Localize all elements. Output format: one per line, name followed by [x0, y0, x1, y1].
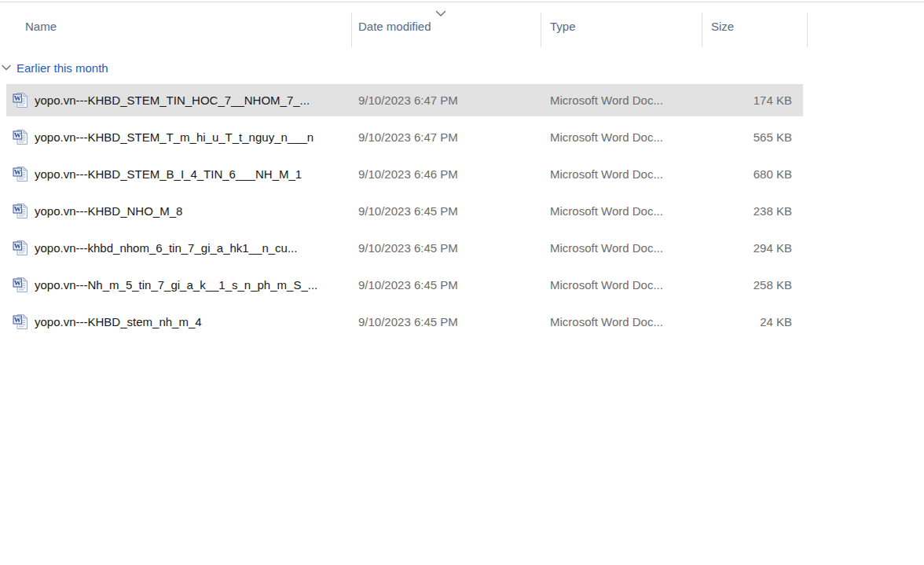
file-type: Microsoft Word Doc...	[550, 158, 699, 190]
column-header-date-modified-label: Date modified	[358, 20, 431, 33]
file-name[interactable]: yopo.vn---KHBD_STEM_T_m_hi_u_T_t_nguy_n_…	[35, 121, 354, 153]
file-row[interactable]: W yopo.vn---KHBD_NHO_M_8 9/10/2023 6:45 …	[6, 195, 803, 227]
svg-text:W: W	[14, 205, 21, 213]
file-size: 174 KB	[702, 84, 798, 116]
column-header-type[interactable]: Type	[550, 2, 691, 50]
word-document-icon: W	[13, 277, 29, 293]
file-row[interactable]: W yopo.vn---Nh_m_5_tin_7_gi_a_k__1_s_n_p…	[6, 269, 803, 301]
column-header-date-modified[interactable]: Date modified	[358, 2, 531, 50]
file-name[interactable]: yopo.vn---KHBD_stem_nh_m_4	[35, 306, 354, 338]
column-header-row: Name Date modified Type Size	[0, 2, 924, 50]
file-size: 565 KB	[702, 121, 798, 153]
svg-text:W: W	[14, 131, 21, 139]
column-resize-handle[interactable]	[807, 13, 808, 47]
file-size: 258 KB	[702, 269, 798, 301]
column-resize-handle[interactable]	[541, 13, 541, 47]
file-type: Microsoft Word Doc...	[550, 306, 699, 338]
word-document-icon: W	[13, 92, 29, 108]
file-size: 24 KB	[702, 306, 798, 338]
group-collapse-chevron-down-icon[interactable]	[1, 64, 12, 72]
file-list: W yopo.vn---KHBD_STEM_TIN_HOC_7__NHOM_7_…	[6, 84, 803, 343]
svg-text:W: W	[14, 168, 21, 176]
file-name[interactable]: yopo.vn---Nh_m_5_tin_7_gi_a_k__1_s_n_ph_…	[35, 269, 354, 301]
word-document-icon: W	[13, 166, 29, 182]
file-row[interactable]: W yopo.vn---KHBD_STEM_T_m_hi_u_T_t_nguy_…	[6, 121, 803, 153]
column-header-type-label: Type	[550, 20, 576, 33]
file-name[interactable]: yopo.vn---KHBD_STEM_B_I_4_TIN_6___NH_M_1	[35, 158, 354, 190]
file-name[interactable]: yopo.vn---KHBD_NHO_M_8	[35, 195, 354, 227]
file-row[interactable]: W yopo.vn---KHBD_STEM_TIN_HOC_7__NHOM_7_…	[6, 84, 803, 116]
file-size: 680 KB	[702, 158, 798, 190]
file-date-modified: 9/10/2023 6:46 PM	[358, 158, 539, 190]
word-document-icon: W	[13, 240, 29, 256]
word-document-icon: W	[13, 314, 29, 330]
file-type: Microsoft Word Doc...	[550, 195, 699, 227]
file-date-modified: 9/10/2023 6:45 PM	[358, 195, 539, 227]
file-date-modified: 9/10/2023 6:45 PM	[358, 306, 539, 338]
column-header-size-label: Size	[711, 20, 734, 33]
file-date-modified: 9/10/2023 6:47 PM	[358, 84, 539, 116]
group-header-earlier-this-month[interactable]: Earlier this month	[0, 59, 108, 76]
column-header-name-label: Name	[25, 20, 57, 33]
svg-text:W: W	[14, 94, 21, 102]
group-header-label: Earlier this month	[16, 61, 108, 75]
column-resize-handle[interactable]	[702, 13, 702, 47]
file-size: 238 KB	[702, 195, 798, 227]
file-row[interactable]: W yopo.vn---KHBD_STEM_B_I_4_TIN_6___NH_M…	[6, 158, 803, 190]
file-row[interactable]: W yopo.vn---khbd_nhom_6_tin_7_gi_a_hk1__…	[6, 232, 803, 264]
svg-text:W: W	[14, 316, 21, 324]
file-type: Microsoft Word Doc...	[550, 121, 699, 153]
file-type: Microsoft Word Doc...	[550, 232, 699, 264]
column-header-size[interactable]: Size	[711, 2, 798, 50]
file-type: Microsoft Word Doc...	[550, 84, 699, 116]
file-date-modified: 9/10/2023 6:45 PM	[358, 269, 539, 301]
file-row[interactable]: W yopo.vn---KHBD_stem_nh_m_4 9/10/2023 6…	[6, 306, 803, 338]
file-size: 294 KB	[702, 232, 798, 264]
word-document-icon: W	[13, 203, 29, 219]
word-document-icon: W	[13, 129, 29, 145]
file-name[interactable]: yopo.vn---KHBD_STEM_TIN_HOC_7__NHOM_7_..…	[35, 84, 354, 116]
svg-text:W: W	[14, 242, 21, 250]
file-type: Microsoft Word Doc...	[550, 269, 699, 301]
column-header-name[interactable]: Name	[25, 2, 339, 50]
file-name[interactable]: yopo.vn---khbd_nhom_6_tin_7_gi_a_hk1__n_…	[35, 232, 354, 264]
file-explorer-list-view: Name Date modified Type Size Earlier thi…	[0, 0, 924, 565]
file-date-modified: 9/10/2023 6:47 PM	[358, 121, 539, 153]
svg-text:W: W	[14, 279, 21, 287]
file-date-modified: 9/10/2023 6:45 PM	[358, 232, 539, 264]
column-resize-handle[interactable]	[351, 13, 352, 47]
